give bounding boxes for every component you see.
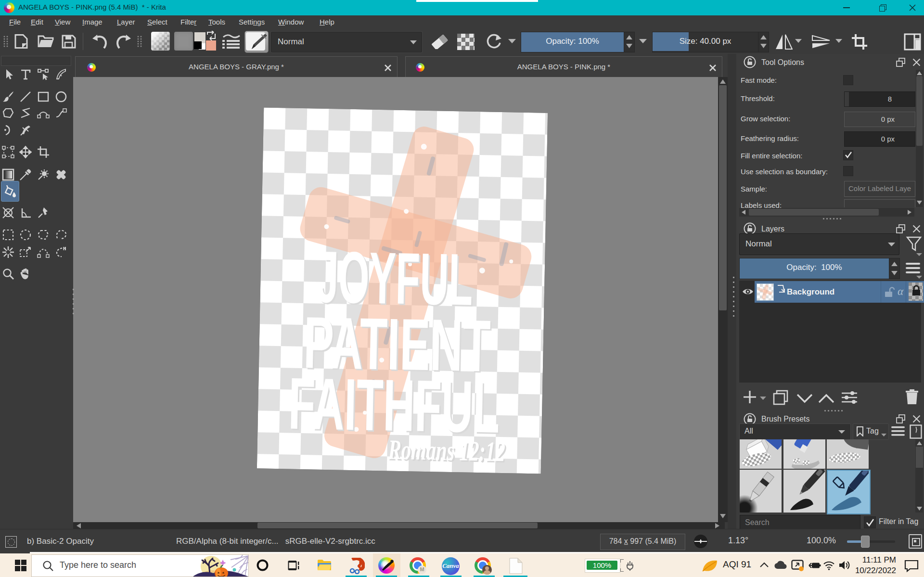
- svg-text:Romans 12:12: Romans 12:12: [387, 434, 505, 467]
